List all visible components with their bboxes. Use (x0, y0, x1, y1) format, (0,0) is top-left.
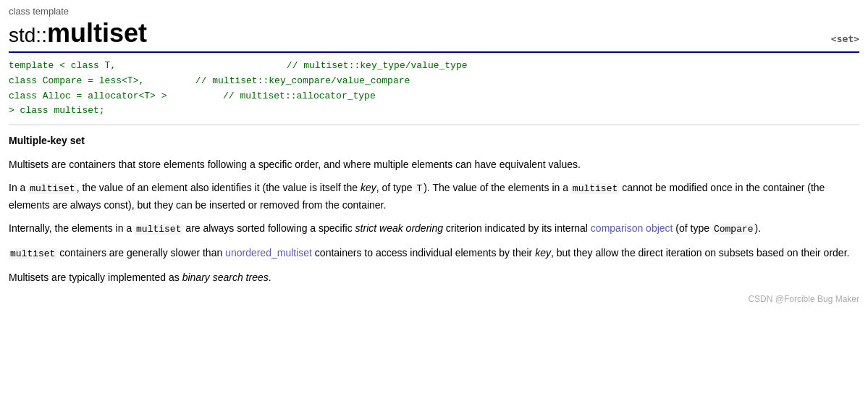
para2: In a multiset, the value of an element a… (9, 180, 859, 213)
code-multiset-1: multiset (28, 183, 76, 194)
code-multiset-3: multiset (135, 224, 182, 235)
code-line-1: template < class T, // multiset::key_typ… (9, 59, 859, 74)
code-line-4: > class multiset; (9, 104, 859, 119)
class-name: multiset (47, 18, 147, 48)
code-multiset-4: multiset (9, 248, 56, 259)
description-block: Multiple-key set Multisets are container… (9, 133, 859, 285)
em-key-1: key (361, 182, 376, 193)
title-full: std::multiset (9, 18, 147, 49)
code-line-3: class Alloc = allocator<T> > // multiset… (9, 89, 859, 104)
code-line-2: class Compare = less<T>, // multiset::ke… (9, 74, 859, 89)
namespace-prefix: std:: (9, 24, 47, 46)
para4: multiset containers are generally slower… (9, 245, 859, 262)
link-comparison-object[interactable]: comparison object (591, 222, 673, 234)
page-title: std::multiset <set> (9, 18, 859, 53)
section-heading: Multiple-key set (9, 133, 859, 148)
para1: Multisets are containers that store elem… (9, 156, 859, 172)
watermark: CSDN @Forcible Bug Maker (9, 294, 859, 304)
em-key-2: key (535, 247, 551, 259)
para3: Internally, the elements in a multiset a… (9, 220, 859, 238)
em-strict-weak: strict weak ordering (355, 222, 443, 234)
para5: Multisets are typically implemented as b… (9, 269, 859, 285)
class-label: class template (9, 6, 859, 17)
code-block: template < class T, // multiset::key_typ… (9, 53, 859, 125)
code-multiset-2: multiset (571, 183, 619, 194)
set-link: <set> (831, 33, 859, 44)
code-compare: Compare (712, 224, 755, 235)
code-T: T (415, 183, 424, 194)
link-unordered-multiset[interactable]: unordered_multiset (225, 247, 312, 259)
em-bst: binary search trees (182, 272, 269, 283)
